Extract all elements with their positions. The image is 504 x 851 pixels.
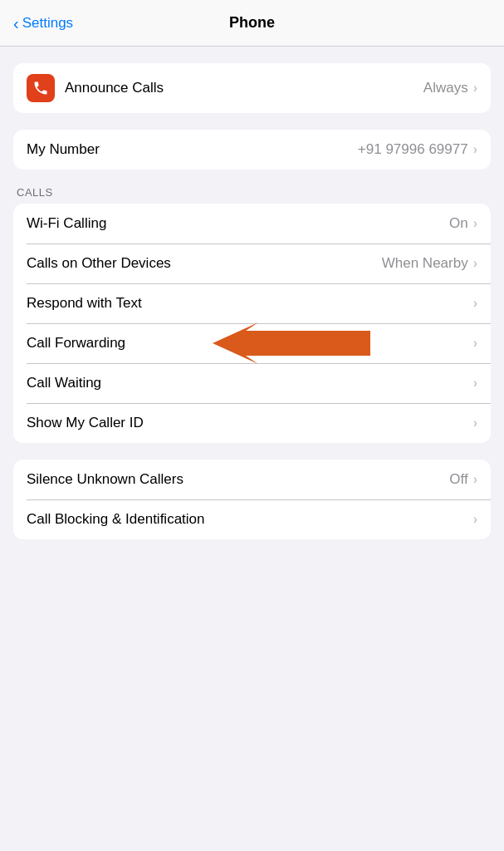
calls-other-devices-chevron: › (473, 256, 477, 271)
bottom-section: Silence Unknown Callers Off › Call Block… (0, 460, 504, 539)
announce-calls-value: Always (423, 80, 468, 96)
respond-with-text-chevron: › (473, 296, 477, 311)
announce-calls-label: Announce Calls (65, 80, 423, 96)
silence-unknown-chevron: › (473, 472, 477, 487)
show-caller-id-label: Show My Caller ID (27, 415, 468, 431)
back-label[interactable]: Settings (22, 15, 73, 32)
my-number-label: My Number (27, 141, 358, 158)
announce-calls-section: Announce Calls Always › (0, 63, 504, 113)
call-waiting-label: Call Waiting (27, 375, 468, 391)
call-waiting-chevron: › (473, 376, 477, 391)
calls-other-devices-label: Calls on Other Devices (27, 255, 382, 272)
my-number-card: My Number +91 97996 69977 › (13, 130, 491, 170)
call-blocking-row[interactable]: Call Blocking & Identification › (13, 499, 491, 539)
silence-unknown-row[interactable]: Silence Unknown Callers Off › (13, 460, 491, 499)
call-forwarding-row[interactable]: Call Forwarding › (13, 323, 491, 363)
wifi-calling-label: Wi-Fi Calling (27, 215, 449, 232)
wifi-calling-chevron: › (473, 216, 477, 231)
announce-calls-row[interactable]: Announce Calls Always › (13, 63, 491, 113)
call-blocking-label: Call Blocking & Identification (27, 511, 468, 528)
my-number-row[interactable]: My Number +91 97996 69977 › (13, 130, 491, 170)
chevron-left-icon: ‹ (13, 15, 19, 32)
bottom-card: Silence Unknown Callers Off › Call Block… (13, 460, 491, 539)
page-title: Phone (229, 14, 275, 32)
wifi-calling-value: On (449, 215, 468, 232)
silence-unknown-value: Off (449, 471, 467, 488)
calls-section: CALLS Wi-Fi Calling On › Calls on Other … (0, 186, 504, 443)
announce-calls-card: Announce Calls Always › (13, 63, 491, 113)
my-number-value: +91 97996 69977 (358, 141, 468, 158)
respond-with-text-label: Respond with Text (27, 295, 468, 312)
phone-app-icon (27, 74, 55, 102)
wifi-calling-row[interactable]: Wi-Fi Calling On › (13, 204, 491, 243)
my-number-section: My Number +91 97996 69977 › (0, 130, 504, 170)
show-caller-id-row[interactable]: Show My Caller ID › (13, 403, 491, 443)
call-forwarding-label: Call Forwarding (27, 335, 468, 352)
call-blocking-chevron: › (473, 512, 477, 527)
call-waiting-row[interactable]: Call Waiting › (13, 363, 491, 403)
my-number-chevron: › (473, 142, 477, 157)
calls-section-label: CALLS (0, 186, 504, 204)
announce-calls-chevron: › (473, 81, 477, 96)
calls-other-devices-row[interactable]: Calls on Other Devices When Nearby › (13, 243, 491, 283)
phone-svg-icon (32, 80, 49, 96)
show-caller-id-chevron: › (473, 416, 477, 430)
calls-other-devices-value: When Nearby (382, 255, 468, 272)
calls-card: Wi-Fi Calling On › Calls on Other Device… (13, 204, 491, 443)
silence-unknown-label: Silence Unknown Callers (27, 471, 449, 488)
call-forwarding-chevron: › (473, 336, 477, 351)
back-button[interactable]: ‹ Settings (13, 15, 73, 32)
header: ‹ Settings Phone (0, 0, 504, 47)
respond-with-text-row[interactable]: Respond with Text › (13, 283, 491, 323)
